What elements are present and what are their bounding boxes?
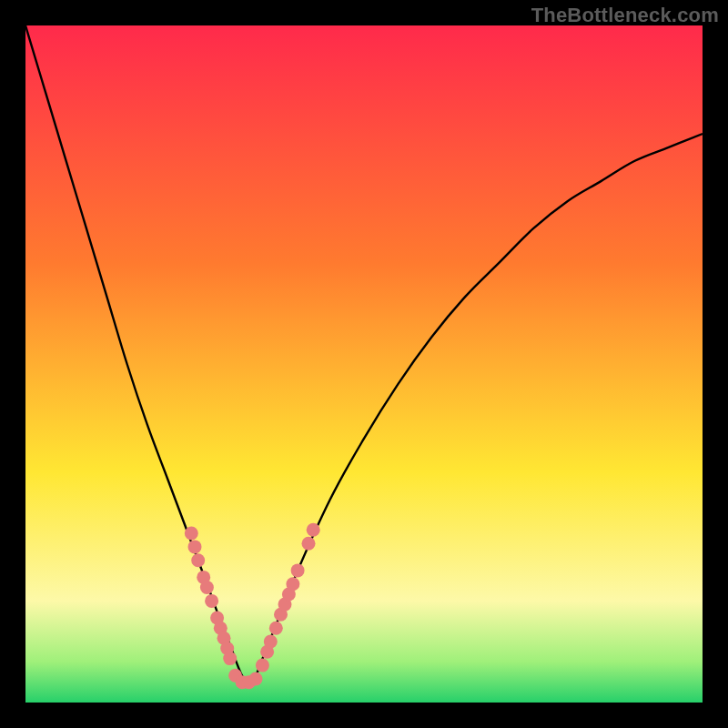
data-marker (249, 672, 263, 686)
data-marker (188, 540, 202, 553)
data-marker (191, 553, 205, 567)
data-marker (291, 563, 305, 577)
bottleneck-curve (25, 25, 703, 682)
data-marker (205, 594, 218, 608)
data-marker (200, 581, 214, 594)
plot-area (25, 25, 703, 703)
data-marker (264, 635, 278, 649)
watermark-text: TheBottleneck.com (531, 4, 719, 27)
data-marker (185, 527, 198, 541)
chart-frame: TheBottleneck.com (0, 0, 728, 728)
data-marker (286, 577, 299, 591)
data-markers (185, 523, 320, 689)
data-marker (256, 659, 269, 672)
curve-layer (25, 25, 703, 703)
data-marker (307, 523, 320, 537)
data-marker (269, 622, 283, 635)
data-marker (302, 537, 316, 551)
data-marker (223, 652, 237, 665)
